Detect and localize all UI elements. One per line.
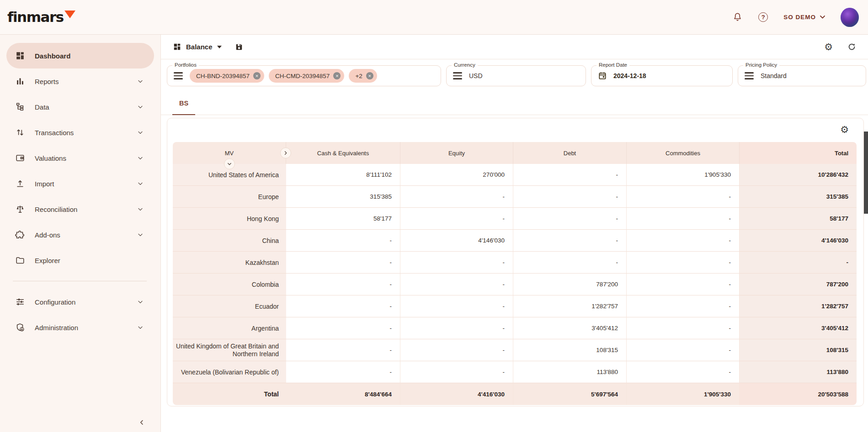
workspace-menu[interactable]: SO DEMO bbox=[783, 14, 825, 21]
data-icon bbox=[15, 101, 26, 112]
table-row[interactable]: Kazakhstan----- bbox=[173, 252, 857, 274]
cell-total-value: - bbox=[740, 252, 857, 274]
cell-value: - bbox=[513, 230, 627, 252]
table-settings-gear-icon[interactable]: ⚙ bbox=[840, 125, 849, 134]
portfolio-chip[interactable]: CH-BND-20394857× bbox=[190, 69, 264, 83]
menu-icon[interactable] bbox=[453, 72, 462, 79]
layout-grid-icon bbox=[173, 42, 181, 51]
report-date-filter[interactable]: Report Date 2024-12-18 bbox=[591, 65, 733, 86]
import-icon bbox=[15, 178, 26, 189]
remove-chip-icon[interactable]: × bbox=[253, 72, 261, 79]
sidebar-item-label: Reconciliation bbox=[35, 205, 137, 213]
portfolio-chip[interactable]: CH-CMD-20394857× bbox=[269, 69, 344, 83]
report-settings-gear-icon[interactable]: ⚙ bbox=[824, 42, 833, 52]
table-row[interactable]: Colombia--787'200-787'200 bbox=[173, 274, 857, 295]
chevron-down-icon[interactable] bbox=[137, 154, 144, 162]
currency-filter[interactable]: Currency USD bbox=[446, 65, 586, 86]
row-label: Hong Kong bbox=[173, 208, 286, 230]
collapse-group-button[interactable] bbox=[224, 158, 235, 169]
table-row[interactable]: Europe315'385---315'385 bbox=[173, 186, 857, 208]
sidebar-item-add-ons[interactable]: Add-ons bbox=[6, 222, 154, 248]
cell-value: - bbox=[627, 230, 740, 252]
valuations-icon bbox=[15, 153, 26, 163]
remove-chip-icon[interactable]: × bbox=[366, 72, 373, 79]
column-header-equity[interactable]: Equity bbox=[400, 142, 513, 164]
layout-name: Balance bbox=[186, 43, 213, 51]
vertical-scrollbar[interactable] bbox=[864, 132, 868, 214]
sidebar-item-reconciliation[interactable]: Reconciliation bbox=[6, 196, 154, 222]
sidebar-item-transactions[interactable]: Transactions bbox=[6, 120, 154, 145]
column-header-total[interactable]: Total bbox=[740, 142, 857, 164]
table-row[interactable]: Ecuador--1'282'757-1'282'757 bbox=[173, 295, 857, 317]
refresh-icon[interactable] bbox=[847, 42, 856, 51]
cell-value: - bbox=[627, 186, 740, 208]
table-row[interactable]: Argentina--3'405'412-3'405'412 bbox=[173, 317, 857, 339]
row-label: China bbox=[173, 230, 286, 252]
report-card: ⚙ MV Cash & Equivalents Equity Debt bbox=[167, 118, 864, 406]
table-row[interactable]: China-4'146'030--4'146'030 bbox=[173, 230, 857, 252]
table-total-row[interactable]: Total8'484'6644'416'0305'697'5641'905'33… bbox=[173, 383, 857, 405]
calendar-icon[interactable] bbox=[598, 71, 607, 80]
chevron-down-icon[interactable] bbox=[137, 129, 144, 136]
sidebar-collapse-button[interactable] bbox=[138, 418, 146, 428]
cell-value: 4'416'030 bbox=[400, 383, 513, 405]
chevron-down-icon bbox=[820, 16, 825, 19]
sidebar-item-configuration[interactable]: Configuration bbox=[6, 289, 154, 315]
save-layout-button[interactable] bbox=[234, 42, 244, 52]
notifications-bell-icon[interactable] bbox=[732, 12, 743, 22]
column-header-cash[interactable]: Cash & Equivalents bbox=[286, 142, 400, 164]
cell-value: - bbox=[400, 208, 513, 230]
chevron-down-icon[interactable] bbox=[137, 180, 144, 187]
sidebar-item-data[interactable]: Data bbox=[6, 94, 154, 120]
sidebar-item-administration[interactable]: Administration bbox=[6, 315, 154, 340]
chevron-down-icon[interactable] bbox=[137, 324, 144, 331]
row-label: Colombia bbox=[173, 274, 286, 295]
chevron-down-icon[interactable] bbox=[137, 78, 144, 85]
cell-value: - bbox=[286, 317, 400, 339]
help-icon[interactable]: ? bbox=[758, 12, 768, 22]
cell-total-value: 1'282'757 bbox=[740, 295, 857, 317]
expand-column-button[interactable] bbox=[280, 148, 291, 158]
cell-value: - bbox=[286, 361, 400, 383]
column-header-mv[interactable]: MV bbox=[173, 142, 286, 164]
chevron-down-icon[interactable] bbox=[137, 298, 144, 306]
cell-value: 58'177 bbox=[286, 208, 400, 230]
layout-selector[interactable]: Balance bbox=[173, 42, 222, 51]
sidebar-item-reports[interactable]: Reports bbox=[6, 68, 154, 94]
sidebar-item-label: Administration bbox=[35, 324, 137, 332]
chevron-down-icon[interactable] bbox=[137, 231, 144, 238]
chevron-down-icon[interactable] bbox=[137, 103, 144, 111]
menu-icon[interactable] bbox=[745, 72, 754, 79]
cell-value: - bbox=[513, 186, 627, 208]
table-row[interactable]: United States of America8'111'102270'000… bbox=[173, 164, 857, 186]
tab-bs[interactable]: BS bbox=[172, 100, 195, 115]
row-label: United Kingdom of Great Britain and Nort… bbox=[173, 339, 286, 361]
chevron-down-icon bbox=[227, 161, 232, 167]
table-row[interactable]: Venezuela (Bolivarian Republic of)--113'… bbox=[173, 361, 857, 383]
portfolios-filter[interactable]: Portfolios CH-BND-20394857×CH-CMD-203948… bbox=[167, 65, 441, 86]
filters-row: Portfolios CH-BND-20394857×CH-CMD-203948… bbox=[161, 59, 868, 90]
menu-icon[interactable] bbox=[174, 72, 183, 79]
workspace-label: SO DEMO bbox=[783, 14, 816, 21]
portfolio-chip[interactable]: +2× bbox=[349, 69, 377, 83]
cell-value: - bbox=[400, 252, 513, 274]
column-header-commodities[interactable]: Commodities bbox=[627, 142, 740, 164]
cell-value: - bbox=[286, 339, 400, 361]
chip-label: +2 bbox=[355, 73, 362, 79]
sidebar-item-valuations[interactable]: Valuations bbox=[6, 145, 154, 171]
sidebar-item-explorer[interactable]: Explorer bbox=[6, 248, 154, 273]
table-row[interactable]: United Kingdom of Great Britain and Nort… bbox=[173, 339, 857, 361]
column-header-debt[interactable]: Debt bbox=[513, 142, 627, 164]
chevron-down-icon[interactable] bbox=[137, 205, 144, 213]
table-header-row: MV Cash & Equivalents Equity Debt Commod… bbox=[173, 142, 857, 164]
cell-value: - bbox=[400, 186, 513, 208]
user-avatar[interactable] bbox=[841, 8, 859, 27]
sidebar-item-import[interactable]: Import bbox=[6, 171, 154, 196]
remove-chip-icon[interactable]: × bbox=[333, 72, 341, 79]
pricing-policy-filter[interactable]: Pricing Policy Standard bbox=[738, 65, 866, 86]
table-row[interactable]: Hong Kong58'177---58'177 bbox=[173, 208, 857, 230]
finmars-logo[interactable]: finmars bbox=[7, 9, 75, 25]
cell-value: 1'905'330 bbox=[627, 383, 740, 405]
sidebar-item-dashboard[interactable]: Dashboard bbox=[6, 43, 154, 68]
reconciliation-icon bbox=[15, 204, 26, 215]
